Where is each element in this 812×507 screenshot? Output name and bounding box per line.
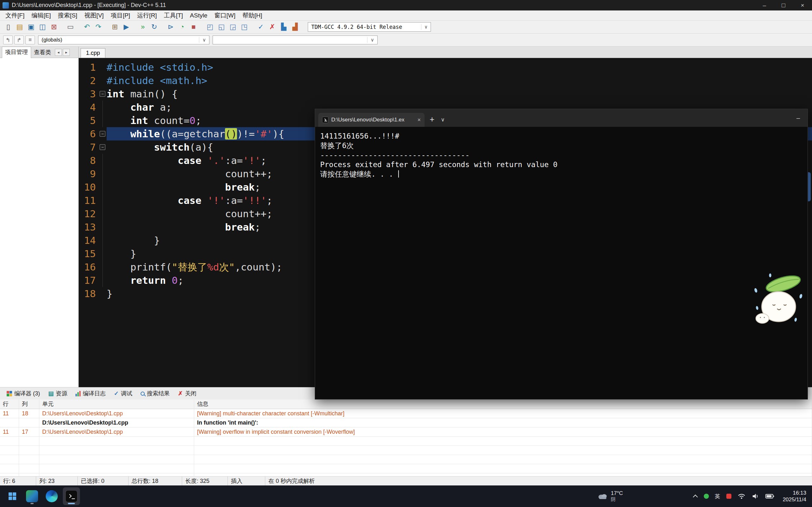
menu-tools[interactable]: 工具[T]	[160, 11, 186, 20]
rebuild-all-button[interactable]: ↻	[149, 22, 159, 32]
tab-project-manager[interactable]: 项目管理	[2, 47, 31, 58]
profile-button[interactable]: ◔	[177, 22, 187, 32]
cell-unit	[39, 455, 194, 464]
fold-marker-icon[interactable]: −	[100, 144, 105, 150]
goto-forward-button[interactable]: ↱	[14, 36, 24, 44]
new-file-button[interactable]: ▯	[3, 22, 13, 32]
bottom-tab-compiler[interactable]: 编译器 (3)	[3, 388, 44, 399]
compile-run-button[interactable]: »	[138, 22, 148, 32]
fold-marker-icon[interactable]: −	[100, 91, 105, 97]
goto-back-button[interactable]: ↰	[3, 36, 13, 44]
member-list-button[interactable]: ≡	[26, 36, 35, 44]
minimize-button[interactable]: –	[755, 0, 774, 10]
menu-help[interactable]: 帮助[H]	[239, 11, 266, 20]
tab-scroll-right-icon[interactable]: ▸	[63, 49, 70, 56]
start-button[interactable]	[4, 487, 21, 505]
taskbar-terminal[interactable]	[63, 487, 80, 505]
tab-dropdown-icon[interactable]: ∨	[441, 116, 445, 123]
battery-icon[interactable]	[765, 494, 774, 499]
globals-select[interactable]: (globals) ∨	[38, 36, 209, 44]
table-row[interactable]: 1117D:\Users\Lenovo\Desktop\1.cpp[Warnin…	[0, 428, 812, 437]
editor-tab-1cpp[interactable]: 1.cpp	[81, 48, 105, 58]
profile-chart-button[interactable]: ▙	[278, 22, 289, 32]
fold-marker-icon[interactable]: −	[100, 131, 105, 137]
menu-edit[interactable]: 编辑[E]	[28, 11, 54, 20]
table-row[interactable]	[0, 446, 812, 455]
weather-widget[interactable]: 17°C 阴	[594, 486, 626, 507]
code-token: ;	[178, 275, 184, 286]
stop-button[interactable]: ■	[189, 22, 199, 32]
open-file-button[interactable]: ▤	[15, 22, 25, 32]
table-row[interactable]	[0, 437, 812, 446]
tab-scroll-left-icon[interactable]: ◂	[55, 49, 62, 56]
code-text[interactable]: #include <stdio.h>	[107, 61, 812, 74]
save-all-button[interactable]: ◫	[38, 22, 48, 32]
menu-run[interactable]: 运行[R]	[134, 11, 160, 20]
code-text[interactable]: int main() {	[107, 87, 812, 101]
console-minimize-icon[interactable]: –	[797, 114, 800, 122]
toggle-project-panel-button[interactable]: ◰	[205, 22, 215, 32]
menu-view[interactable]: 视图[V]	[81, 11, 107, 20]
menu-project[interactable]: 项目[P]	[107, 11, 134, 20]
split-horizontal-button[interactable]: ◲	[228, 22, 238, 32]
console-body[interactable]: 14115161656...!!!#替换了6次-----------------…	[315, 127, 808, 179]
wifi-icon[interactable]	[738, 493, 746, 499]
bottom-tab-resources[interactable]: ▤资源	[44, 388, 71, 399]
run-button[interactable]: ▶	[121, 22, 132, 32]
undo-button[interactable]: ↶	[82, 22, 92, 32]
terminal-icon	[65, 490, 78, 502]
tray-chevron-icon[interactable]	[693, 494, 698, 499]
taskbar-edge[interactable]	[43, 487, 60, 505]
main-toolbar: ▯▤▣◫⊠▭↶↷⊞▶»↻⊳◔■◰◱◲◳✓✗▙▟ TDM-GCC 4.9.2 64…	[0, 20, 812, 34]
fold-column	[98, 220, 107, 234]
taskbar-clock[interactable]: 16:13 2025/11/4	[783, 490, 806, 503]
abort-compile-button[interactable]: ✗	[267, 22, 277, 32]
input-method-indicator[interactable]: 英	[715, 493, 720, 500]
clear-profile-button[interactable]: ▟	[290, 22, 300, 32]
bottom-tab-compile-log[interactable]: 编译日志	[71, 388, 110, 399]
menu-window[interactable]: 窗口[W]	[211, 11, 239, 20]
debug-button[interactable]: ⊳	[166, 22, 176, 32]
toggle-report-panel-button[interactable]: ◱	[216, 22, 226, 32]
close-button[interactable]: ×	[793, 0, 812, 10]
cell-msg	[194, 446, 812, 455]
close-file-button[interactable]: ⊠	[49, 22, 59, 32]
console-tab[interactable]: D:\Users\Lenovo\Desktop\1.ex ×	[318, 113, 424, 127]
bottom-tab-search-results[interactable]: 搜索结果	[137, 388, 174, 399]
redo-button[interactable]: ↷	[93, 22, 103, 32]
table-row[interactable]: D:\Users\Lenovo\Desktop\1.cppIn function…	[0, 418, 812, 428]
code-text[interactable]: #include <math.h>	[107, 74, 812, 87]
table-row[interactable]	[0, 455, 812, 464]
line-number: 6	[79, 127, 98, 140]
bottom-tab-debug[interactable]: ✓调试	[110, 388, 137, 399]
save-file-button[interactable]: ▣	[26, 22, 36, 32]
bottom-tab-close[interactable]: ✗关闭	[174, 388, 201, 399]
compiler-grid-icon	[7, 391, 12, 396]
print-button[interactable]: ▭	[65, 22, 75, 32]
header-line: 行	[0, 399, 19, 409]
menu-astyle[interactable]: AStyle	[187, 12, 211, 19]
console-tab-close-icon[interactable]: ×	[415, 117, 421, 123]
line-number: 3	[79, 87, 98, 101]
split-vertical-button[interactable]: ◳	[239, 22, 249, 32]
taskbar-devcpp[interactable]	[23, 487, 41, 505]
menu-search[interactable]: 搜索[S]	[54, 11, 81, 20]
volume-icon[interactable]	[752, 493, 759, 499]
tray-app-green-icon[interactable]	[704, 494, 709, 499]
cell-unit: D:\Users\Lenovo\Desktop\1.cpp	[39, 409, 194, 418]
menu-file[interactable]: 文件[F]	[2, 11, 28, 20]
compile-button[interactable]: ⊞	[110, 22, 120, 32]
toolbar-separator	[160, 22, 165, 32]
syntax-check-button[interactable]: ✓	[256, 22, 266, 32]
members-select[interactable]: ∨	[213, 36, 377, 44]
table-row[interactable]: 1118D:\Users\Lenovo\Desktop\1.cpp[Warnin…	[0, 409, 812, 418]
compiler-select[interactable]: TDM-GCC 4.9.2 64-bit Release ∨	[308, 22, 431, 32]
console-titlebar[interactable]: D:\Users\Lenovo\Desktop\1.ex × + ∨ –	[315, 109, 808, 127]
table-row[interactable]	[0, 473, 812, 476]
weather-text: 17°C 阴	[611, 490, 623, 502]
tray-app-red-icon[interactable]	[726, 494, 731, 499]
tab-class-viewer[interactable]: 查看类	[31, 47, 54, 57]
maximize-button[interactable]: □	[774, 0, 793, 10]
new-tab-button[interactable]: +	[429, 114, 435, 124]
table-row[interactable]	[0, 464, 812, 473]
